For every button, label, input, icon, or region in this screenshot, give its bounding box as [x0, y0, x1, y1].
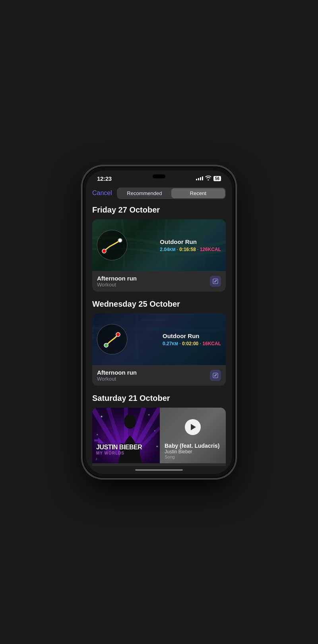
- section-heading-saturday: Saturday 21 October: [92, 394, 226, 403]
- section-date-saturday: 21 October: [126, 394, 170, 402]
- section-wednesday: Wednesday 25 October: [92, 300, 226, 386]
- wifi-icon: [205, 176, 211, 182]
- card-footer-saturday: Listened to Music: Baby (feat. Ludacris)…: [92, 463, 226, 466]
- card-footer-text-friday: Afternoon run Workout: [97, 275, 137, 288]
- music-content: ★ ★ ★ ★ ★: [92, 408, 226, 463]
- track-artist: Justin Bieber: [165, 449, 221, 454]
- svg-point-40: [124, 414, 136, 429]
- album-artist-name: JUSTIN BIEBER: [96, 444, 156, 451]
- activity-label-friday: Afternoon run: [97, 275, 137, 282]
- edit-button-wednesday[interactable]: [210, 370, 221, 381]
- track-title: Baby (feat. Ludacris): [165, 443, 221, 449]
- route-svg-friday: [96, 229, 128, 261]
- svg-text:HMDA LAYOUT ROA...: HMDA LAYOUT ROA...: [140, 318, 167, 321]
- tab-recommended[interactable]: Recommended: [118, 188, 171, 198]
- card-footer-friday: Afternoon run Workout: [92, 271, 226, 292]
- run-stats-wednesday: 0.27KM · 0:02:00 · 16KCAL: [163, 340, 221, 346]
- map-bg-wednesday: HMDA LAYOUT ROA... VER...RING...ROAD: [92, 313, 226, 365]
- activity-sublabel-wednesday: Workout: [97, 376, 137, 382]
- cancel-button[interactable]: Cancel: [92, 190, 112, 197]
- signal-bar-2: [198, 178, 199, 180]
- play-triangle-icon: [191, 424, 196, 430]
- music-card-saturday: ★ ★ ★ ★ ★: [92, 408, 226, 466]
- svg-point-24: [104, 343, 108, 347]
- svg-point-23: [116, 333, 120, 337]
- status-time: 12:23: [97, 175, 112, 182]
- signal-bar-3: [200, 177, 201, 180]
- section-heading-wednesday: Wednesday 25 October: [92, 300, 226, 309]
- stat-time-wednesday: 0:02:00: [182, 340, 198, 346]
- map-area-wednesday: HMDA LAYOUT ROA... VER...RING...ROAD: [92, 313, 226, 365]
- svg-text:VER...RING...ROAD: VER...RING...ROAD: [92, 315, 95, 339]
- music-note-icon: ♪: [95, 456, 97, 461]
- home-indicator: [86, 466, 232, 474]
- section-date-friday: 27 October: [116, 205, 160, 214]
- status-right: 56: [196, 176, 221, 182]
- route-svg-wednesday: [96, 323, 128, 355]
- dynamic-island: [153, 174, 165, 178]
- phone-frame: 12:23 56: [81, 165, 237, 479]
- section-date-wednesday: 25 October: [136, 300, 180, 308]
- activity-card-wednesday-run: HMDA LAYOUT ROA... VER...RING...ROAD: [92, 313, 226, 386]
- status-bar: 12:23 56: [86, 170, 232, 184]
- track-type: Song: [165, 454, 221, 459]
- album-name: MY WORLDS: [96, 451, 156, 455]
- stat-cal-friday: 126KCAL: [200, 246, 221, 252]
- battery-indicator: 56: [213, 176, 221, 181]
- run-title-wednesday: Outdoor Run: [163, 332, 221, 339]
- map-info-friday: Outdoor Run 2.04KM · 0:16:58 · 126KCAL: [160, 238, 221, 252]
- play-button[interactable]: [185, 419, 201, 435]
- stat-distance-wednesday: 0.27KM: [163, 340, 178, 346]
- section-day-friday: Friday: [92, 205, 116, 214]
- edit-button-friday[interactable]: [210, 276, 221, 287]
- segmented-control: Recommended Recent: [117, 188, 226, 199]
- stat-cal-wednesday: 16KCAL: [202, 340, 221, 346]
- activity-card-friday-run: Outdoor Run 2.04KM · 0:16:58 · 126KCAL: [92, 219, 226, 292]
- header-row: Cancel Recommended Recent: [92, 184, 226, 205]
- stat-distance-friday: 2.04KM: [160, 246, 175, 252]
- album-art-text: JUSTIN BIEBER MY WORLDS: [96, 444, 156, 455]
- svg-point-10: [118, 238, 122, 242]
- run-title-friday: Outdoor Run: [160, 238, 221, 245]
- section-day-saturday: Saturday: [92, 394, 126, 402]
- map-info-wednesday: Outdoor Run 0.27KM · 0:02:00 · 16KCAL: [163, 332, 221, 346]
- stat-time-friday: 0:16:58: [179, 246, 196, 252]
- phone-screen: 12:23 56: [86, 170, 232, 474]
- activity-sublabel-friday: Workout: [97, 282, 137, 288]
- album-art: ★ ★ ★ ★ ★: [92, 408, 160, 463]
- music-info-panel: Baby (feat. Ludacris) Justin Bieber Song: [160, 408, 226, 463]
- map-route-wednesday: [96, 323, 128, 355]
- edit-icon-friday: [213, 278, 218, 284]
- home-bar: [135, 469, 183, 471]
- section-friday: Friday 27 October: [92, 205, 226, 292]
- signal-bar-4: [202, 176, 203, 180]
- map-route-friday: [96, 229, 128, 261]
- map-bg-friday: Outdoor Run 2.04KM · 0:16:58 · 126KCAL: [92, 219, 226, 271]
- music-track-info: Baby (feat. Ludacris) Justin Bieber Song: [165, 443, 221, 459]
- section-saturday: Saturday 21 October: [92, 394, 226, 466]
- card-footer-text-wednesday: Afternoon run Workout: [97, 369, 137, 382]
- map-area-friday: Outdoor Run 2.04KM · 0:16:58 · 126KCAL: [92, 219, 226, 271]
- edit-icon-wednesday: [213, 373, 218, 378]
- section-heading-friday: Friday 27 October: [92, 205, 226, 215]
- activity-label-wednesday: Afternoon run: [97, 369, 137, 376]
- run-stats-friday: 2.04KM · 0:16:58 · 126KCAL: [160, 246, 221, 252]
- tab-recent[interactable]: Recent: [171, 188, 225, 198]
- signal-bar-1: [196, 179, 197, 180]
- card-footer-wednesday: Afternoon run Workout: [92, 365, 226, 386]
- svg-point-9: [102, 249, 106, 253]
- section-day-wednesday: Wednesday: [92, 300, 136, 308]
- play-button-area: [165, 412, 221, 443]
- signal-bars: [196, 176, 203, 180]
- content-area: Cancel Recommended Recent Friday 27 Octo…: [86, 184, 232, 466]
